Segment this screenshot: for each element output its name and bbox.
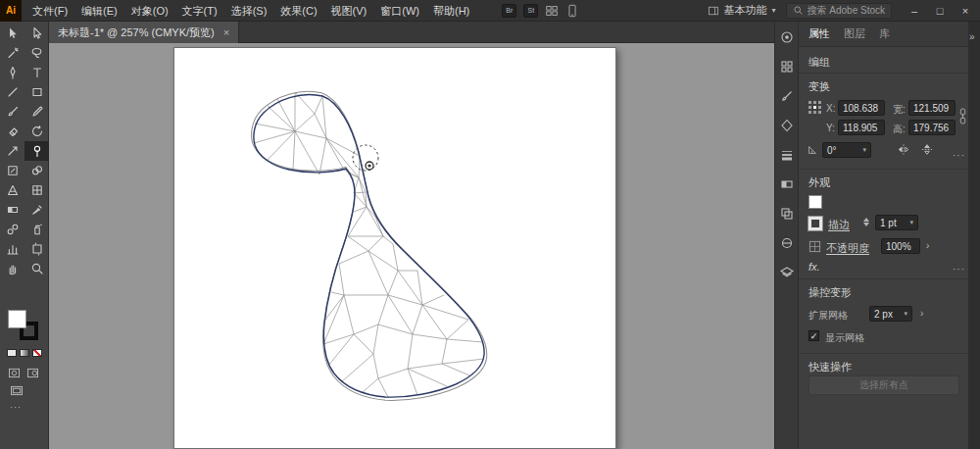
stroke-link[interactable]: 描边: [828, 218, 850, 232]
canvas-area[interactable]: [49, 43, 774, 449]
zoom-tool[interactable]: [24, 259, 49, 278]
rotate-angle-field[interactable]: 0°▾: [822, 142, 871, 158]
artwork-path-outline[interactable]: [254, 95, 484, 398]
menu-view[interactable]: 视图(V): [324, 0, 374, 22]
height-field[interactable]: 179.756: [908, 120, 956, 135]
quick-action-button[interactable]: 选择所有点: [808, 375, 959, 395]
constrain-proportions-icon[interactable]: [958, 107, 967, 128]
y-field[interactable]: 118.905: [838, 120, 885, 135]
line-segment-tool[interactable]: [0, 82, 24, 102]
menu-help[interactable]: 帮助(H): [426, 0, 476, 22]
draw-behind-icon[interactable]: [26, 365, 39, 382]
opacity-expand-icon[interactable]: ›: [926, 240, 929, 251]
reference-point-locator[interactable]: [808, 101, 822, 115]
device-preview-icon[interactable]: [565, 4, 579, 18]
search-icon: [793, 5, 804, 16]
stroke-weight-field[interactable]: 1 pt▾: [875, 215, 918, 230]
rotate-tool[interactable]: [24, 122, 49, 141]
brushes-panel-icon[interactable]: [779, 88, 795, 108]
transparency-panel-icon[interactable]: [779, 206, 795, 225]
graphic-styles-panel-icon[interactable]: [779, 235, 795, 255]
puppet-warp-artwork[interactable]: [174, 48, 615, 448]
flip-horizontal-icon[interactable]: [897, 143, 910, 158]
transform-more-options-icon[interactable]: ···: [953, 150, 965, 161]
rectangle-tool[interactable]: [24, 82, 49, 102]
document-tab[interactable]: 未标题-1* @ 257% (CMYK/预览) ×: [49, 22, 239, 43]
gradient-button[interactable]: [20, 349, 29, 357]
draw-normal-icon[interactable]: [8, 365, 21, 382]
menu-object[interactable]: 对象(O): [124, 0, 175, 22]
width-field[interactable]: 121.509: [908, 100, 956, 116]
selection-tool[interactable]: [0, 24, 24, 43]
pen-tool[interactable]: [0, 63, 24, 82]
eyedropper-tool[interactable]: [24, 200, 49, 220]
menu-bar: Ai 文件(F) 编辑(E) 对象(O) 文字(T) 选择(S) 效果(C) 视…: [0, 0, 980, 22]
stock-search-input[interactable]: 搜索 Adobe Stock: [786, 3, 892, 19]
artboard-tool[interactable]: [24, 239, 49, 259]
screen-mode-icon[interactable]: [10, 382, 24, 400]
color-button[interactable]: [7, 349, 17, 357]
collapse-panels-icon[interactable]: »: [969, 31, 975, 42]
tab-close-icon[interactable]: ×: [223, 26, 229, 38]
column-graph-tool[interactable]: [0, 239, 24, 259]
menu-effect[interactable]: 效果(C): [273, 0, 323, 22]
layers-panel-icon[interactable]: [779, 265, 795, 284]
tab-layers[interactable]: 图层: [844, 26, 865, 41]
artboard[interactable]: [173, 47, 616, 449]
minimize-button[interactable]: –: [902, 0, 927, 22]
close-button[interactable]: ×: [953, 0, 978, 22]
puppet-warp-tool[interactable]: [24, 141, 49, 161]
eraser-tool[interactable]: [0, 122, 24, 141]
direct-selection-tool[interactable]: [24, 24, 49, 43]
menu-type[interactable]: 文字(T): [175, 0, 224, 22]
gradient-panel-icon[interactable]: [779, 176, 795, 196]
expand-mesh-field[interactable]: 2 px▾: [869, 306, 912, 322]
scale-tool[interactable]: [0, 141, 24, 161]
blend-tool[interactable]: [0, 220, 24, 239]
workspace-switcher[interactable]: 基本功能 ▾: [708, 3, 776, 18]
symbols-panel-icon[interactable]: [779, 118, 795, 137]
fill-color-swatch[interactable]: [808, 195, 822, 209]
fill-swatch[interactable]: [8, 310, 26, 328]
stroke-color-swatch[interactable]: [808, 217, 822, 230]
lasso-tool[interactable]: [24, 43, 49, 63]
menu-select[interactable]: 选择(S): [224, 0, 274, 22]
symbol-sprayer-tool[interactable]: [24, 220, 49, 239]
paintbrush-tool[interactable]: [0, 102, 24, 122]
show-mesh-checkbox[interactable]: ✓: [808, 330, 819, 341]
stroke-weight-stepper[interactable]: [863, 218, 869, 226]
stock-icon[interactable]: St: [523, 4, 538, 18]
type-tool[interactable]: [24, 63, 49, 82]
perspective-grid-tool[interactable]: [0, 180, 24, 200]
shaper-tool[interactable]: [24, 102, 49, 122]
menu-edit[interactable]: 编辑(E): [74, 0, 124, 22]
appearance-more-options-icon[interactable]: ···: [953, 264, 965, 274]
effects-fx-button[interactable]: fx.: [808, 261, 820, 273]
color-panel-icon[interactable]: [779, 29, 795, 49]
arrange-documents-icon[interactable]: [545, 4, 559, 18]
tab-properties[interactable]: 属性: [808, 26, 830, 41]
fill-stroke-swatches: [8, 310, 39, 341]
menu-window[interactable]: 窗口(W): [373, 0, 426, 22]
edit-toolbar-icon[interactable]: ···: [10, 402, 22, 412]
opacity-field[interactable]: 100%: [881, 238, 920, 254]
maximize-button[interactable]: □: [927, 0, 953, 22]
mesh-tool[interactable]: [24, 180, 49, 200]
gradient-tool[interactable]: [0, 200, 24, 220]
hand-tool[interactable]: [0, 259, 24, 278]
expand-mesh-chevron-icon[interactable]: ›: [920, 308, 923, 319]
free-transform-tool[interactable]: [0, 161, 24, 180]
opacity-link[interactable]: 不透明度: [826, 241, 869, 256]
menu-file[interactable]: 文件(F): [25, 0, 74, 22]
magic-wand-tool[interactable]: [0, 43, 24, 63]
puppet-warp-section: 操控变形 扩展网格 2 px▾ › ✓ 显示网格: [799, 278, 969, 353]
x-field[interactable]: 108.638: [838, 100, 885, 116]
bridge-icon[interactable]: Br: [502, 4, 516, 18]
swatches-panel-icon[interactable]: [779, 59, 795, 78]
none-button[interactable]: [32, 349, 42, 357]
flip-vertical-icon[interactable]: [920, 143, 934, 158]
shape-builder-tool[interactable]: [24, 161, 49, 180]
stroke-panel-icon[interactable]: [779, 147, 795, 167]
tab-libraries[interactable]: 库: [879, 26, 890, 41]
puppet-pin[interactable]: [366, 162, 373, 170]
